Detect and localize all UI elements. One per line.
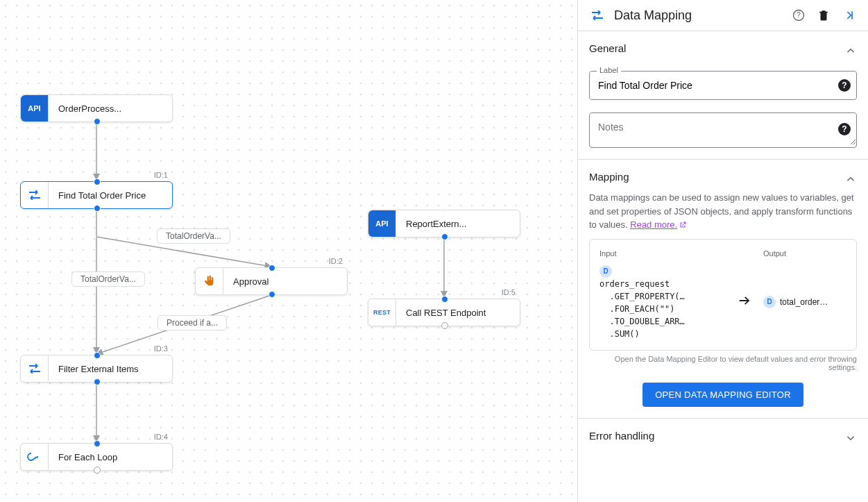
node-label: Filter External Items <box>49 364 148 374</box>
variable-chip: D <box>599 265 612 278</box>
node-label: Call REST Endpoint <box>396 308 495 318</box>
edge-label[interactable]: TotalOrderVa... <box>71 271 145 287</box>
section-header-mapping[interactable]: Mapping <box>589 171 857 191</box>
chevron-up-icon <box>844 44 857 60</box>
collapse-panel-icon[interactable] <box>840 7 857 24</box>
rest-icon: REST <box>368 299 396 326</box>
node-id-tag: ID:3 <box>154 344 168 353</box>
mapping-output: D total_order… <box>763 296 846 308</box>
data-mapping-icon <box>21 355 49 382</box>
chevron-down-icon <box>844 432 857 448</box>
label-field-wrap: Label ? <box>589 71 857 100</box>
section-mapping: Mapping Data mappings can be used to ass… <box>578 160 868 419</box>
node-label: ReportExtern... <box>396 219 476 229</box>
field-help-icon[interactable]: ? <box>838 123 851 135</box>
label-input[interactable] <box>590 72 856 99</box>
section-general: General Label ? ? <box>578 31 868 160</box>
node-id-tag: ID:5 <box>502 288 516 296</box>
api-icon: API <box>21 95 49 122</box>
mapping-row[interactable]: Input Output D orders_request .GET_PROPE… <box>589 239 857 351</box>
node-find-total-order-price[interactable]: ID:1 Find Total Order Price <box>20 181 173 209</box>
read-more-link[interactable]: Read more. <box>630 219 687 230</box>
node-call-rest-endpoint[interactable]: ID:5 REST Call REST Endpoint <box>368 299 520 326</box>
mapping-description: Data mappings can be used to assign new … <box>589 191 857 232</box>
properties-panel: Data Mapping ? General Label ? <box>577 0 868 502</box>
input-expression: .GET_PROPERTY(… .FOR_EACH("") .TO_DOUBLE… <box>599 290 726 340</box>
node-order-process[interactable]: API OrderProcess... <box>20 94 173 122</box>
node-id-tag: ID:2 <box>329 257 343 265</box>
section-error-handling: Error handling <box>578 419 868 461</box>
section-title: Mapping <box>589 171 629 183</box>
node-filter-external-items[interactable]: ID:3 Filter External Items <box>20 355 173 383</box>
variable-chip: D <box>763 296 776 308</box>
app-root: TotalOrderVa... TotalOrderVa... Proceed … <box>0 0 868 502</box>
section-header-error[interactable]: Error handling <box>589 430 857 450</box>
notes-input[interactable] <box>590 113 856 145</box>
data-mapping-icon <box>589 7 606 24</box>
svg-text:?: ? <box>797 11 801 19</box>
panel-header: Data Mapping ? <box>578 0 868 31</box>
open-data-mapping-editor-button[interactable]: OPEN DATA MAPPING EDITOR <box>643 383 803 407</box>
api-icon: API <box>368 210 396 237</box>
node-label: OrderProcess... <box>49 103 131 114</box>
edge-layer <box>0 0 577 502</box>
node-report-extern[interactable]: API ReportExtern... <box>368 210 520 237</box>
diagram-canvas[interactable]: TotalOrderVa... TotalOrderVa... Proceed … <box>0 0 577 502</box>
panel-title: Data Mapping <box>614 8 782 23</box>
edge-label[interactable]: TotalOrderVa... <box>157 228 230 244</box>
node-id-tag: ID:1 <box>154 171 168 179</box>
loop-icon <box>21 444 49 470</box>
field-help-icon[interactable]: ? <box>838 79 851 92</box>
section-title: Error handling <box>589 430 654 442</box>
node-label: For Each Loop <box>49 452 127 462</box>
section-header-general[interactable]: General <box>589 42 857 62</box>
input-variable: orders_request <box>599 278 726 290</box>
hand-icon <box>196 268 223 294</box>
section-title: General <box>589 42 626 54</box>
input-col-header: Input <box>599 249 763 258</box>
node-for-each-loop[interactable]: ID:4 For Each Loop <box>20 443 173 471</box>
edge-label[interactable]: Proceed if a... <box>158 315 227 331</box>
output-variable: total_order… <box>780 297 828 307</box>
field-caption: Label <box>597 66 621 74</box>
arrow-right-icon <box>737 293 752 312</box>
node-label: Approval <box>223 276 278 287</box>
notes-field-wrap: ? <box>589 112 857 148</box>
help-icon[interactable]: ? <box>790 7 807 24</box>
chevron-up-icon <box>844 173 857 189</box>
mapping-hint: Open the Data Mapping Editor to view def… <box>589 355 857 371</box>
output-col-header: Output <box>763 249 846 258</box>
node-id-tag: ID:4 <box>154 433 168 441</box>
node-approval[interactable]: ID:2 Approval <box>195 267 348 295</box>
node-label: Find Total Order Price <box>49 190 155 201</box>
data-mapping-icon <box>21 182 49 208</box>
mapping-input: D orders_request .GET_PROPERTY(… .FOR_EA… <box>599 265 726 340</box>
delete-icon[interactable] <box>815 7 832 24</box>
